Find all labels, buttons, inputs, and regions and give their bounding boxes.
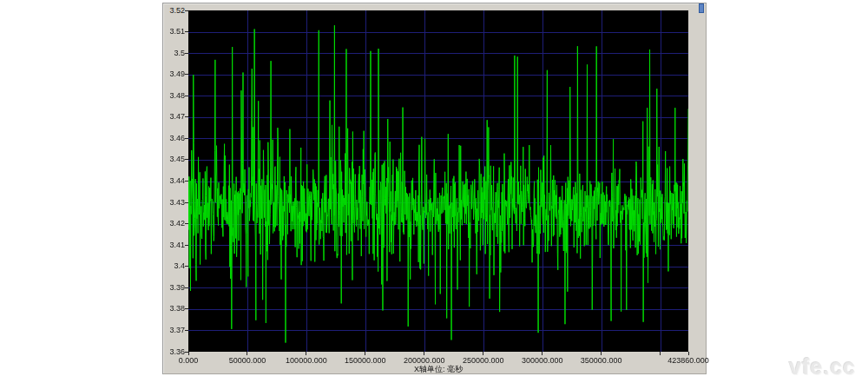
y-tick-mark bbox=[185, 74, 188, 75]
y-tick-label: 3.36 bbox=[163, 347, 185, 357]
x-tick-mark bbox=[601, 352, 602, 355]
y-tick-label: 3.37 bbox=[163, 326, 185, 335]
y-tick-label: 3.42 bbox=[163, 219, 185, 228]
y-tick-mark bbox=[185, 223, 188, 224]
watermark-text: vfe.cc bbox=[789, 354, 856, 380]
y-tick-mark bbox=[185, 245, 188, 246]
y-tick-label: 3.52 bbox=[163, 6, 185, 16]
y-tick-mark bbox=[185, 159, 188, 160]
y-tick-label: 3.41 bbox=[163, 241, 185, 250]
y-tick-label: 3.48 bbox=[163, 91, 185, 101]
y-tick-mark bbox=[185, 116, 188, 117]
y-tick-mark bbox=[185, 138, 188, 139]
y-tick-mark bbox=[185, 96, 188, 96]
y-tick-label: 3.44 bbox=[163, 176, 185, 186]
y-tick-mark bbox=[185, 330, 188, 331]
y-tick-label: 3.39 bbox=[163, 283, 185, 293]
y-tick-label: 3.4 bbox=[163, 261, 185, 271]
y-tick-label: 3.47 bbox=[163, 112, 185, 122]
y-tick-mark bbox=[185, 53, 188, 54]
y-tick-mark bbox=[185, 31, 188, 32]
y-tick-label: 3.5 bbox=[163, 49, 185, 58]
y-tick-label: 3.43 bbox=[163, 198, 185, 208]
screenshot-page: 3.523.513.53.493.483.473.463.453.443.433… bbox=[0, 0, 868, 383]
x-tick-mark bbox=[247, 352, 247, 355]
y-tick-mark bbox=[185, 308, 188, 309]
x-tick-mark bbox=[688, 352, 689, 355]
waveform-chart-panel: 3.523.513.53.493.483.473.463.453.443.433… bbox=[162, 3, 707, 374]
y-tick-label: 3.45 bbox=[163, 155, 185, 164]
x-tick-mark bbox=[306, 352, 306, 355]
y-tick-mark bbox=[185, 266, 188, 267]
x-tick-mark bbox=[542, 352, 542, 355]
plot-area bbox=[188, 10, 688, 352]
x-tick-mark bbox=[660, 352, 661, 355]
y-tick-mark bbox=[185, 202, 188, 203]
y-tick-mark bbox=[185, 287, 188, 288]
x-tick-mark bbox=[188, 352, 189, 355]
y-tick-mark bbox=[185, 10, 188, 11]
y-tick-label: 3.49 bbox=[163, 69, 185, 79]
x-tick-mark bbox=[424, 352, 424, 355]
x-tick-mark bbox=[365, 352, 365, 355]
y-tick-label: 3.51 bbox=[163, 27, 185, 36]
x-tick-mark bbox=[483, 352, 483, 355]
y-tick-label: 3.46 bbox=[163, 134, 185, 143]
waveform-canvas bbox=[188, 10, 688, 352]
x-axis-unit-label: X轴单位: 毫秒 bbox=[188, 364, 688, 375]
y-tick-mark bbox=[185, 181, 188, 182]
y-tick-label: 3.38 bbox=[163, 304, 185, 314]
scrollbar-thumb[interactable] bbox=[699, 3, 704, 13]
